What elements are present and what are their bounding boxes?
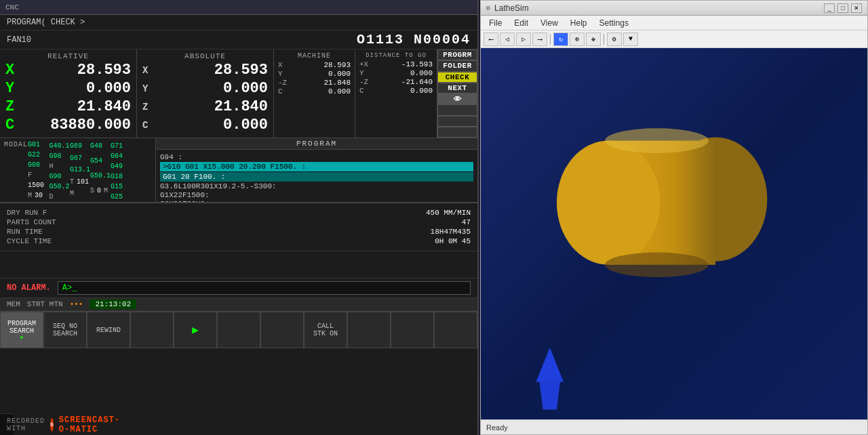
lathe-viewport[interactable] [481,48,867,419]
relative-header: RELATIVE [5,52,131,60]
cycle-time-value: 0H 0M 45 [435,237,471,245]
lathe-icon: ⚙ [486,4,490,12]
svg-point-3 [605,128,709,153]
program-search-arrow: ▼ [20,335,24,341]
modal-codes: G01 G22 G08 F 1500 M 30 [28,141,50,199]
mach-x-row: X 28.593 [278,61,351,69]
abs-c-row: C 0.000 [142,117,268,133]
toolbar-pan-btn[interactable]: ✥ [586,33,601,46]
mach-z-value: 21.848 [323,79,351,87]
cnc-titlebar: CNC [0,0,477,15]
cnc-input[interactable] [58,281,471,295]
abs-y-row: Y 0.000 [142,80,268,97]
modal-section: MODAL G01 G22 G08 F 1500 M 30 G40.1 G98 … [0,138,156,203]
toolbar-btn-4[interactable]: ⟶ [532,33,547,46]
call-stk-on-button[interactable]: CALL STK ON [304,312,347,348]
modal-f-val: 1500 [28,182,44,189]
side-btn-7 [437,116,477,127]
parts-label: PARTS COUNT [7,218,56,226]
modal-f: F [28,171,32,179]
abs-z-label: Z [142,102,155,112]
menu-help[interactable]: Help [565,17,593,29]
abs-x-value: 28.593 [155,62,268,79]
rewind-button[interactable]: REWIND [87,312,130,348]
rel-z-row: Z 21.840 [5,98,131,115]
rel-y-label: Y [5,80,24,97]
screencast-label: RECORDED WITH [7,417,45,432]
menu-edit[interactable]: Edit [509,17,534,29]
menu-file[interactable]: File [484,17,507,29]
coords-section: RELATIVE X 28.593 Y 0.000 Z 21.840 C 838… [0,49,477,138]
menu-view[interactable]: View [535,17,564,29]
toolbar-rotate-btn[interactable]: ↻ [553,33,568,46]
minimize-button[interactable]: _ [824,3,835,13]
bottom-btn-4 [130,312,174,348]
dist-x-value: -13.593 [401,60,433,68]
folder-button[interactable]: FOLDER [437,60,477,71]
abs-x-label: X [142,65,155,76]
lathe-titlebar: ⚙ LatheSim _ □ ✕ [481,1,867,16]
program-search-button[interactable]: PROGRAM SEARCH ▼ [0,312,43,348]
run-time-row: RUN TIME 18H47M435 [7,228,471,236]
bottom-btn-7 [260,312,304,348]
cycle-time-label: CYCLE TIME [7,237,52,245]
modal-codes-5: G71 G64 G49 G18 G15 G25 G69.1605.5 [111,142,151,199]
mach-c-row: C 0.000 [278,87,351,96]
toolbar-separator-2 [604,34,604,45]
dist-y-label: Y [359,69,364,77]
toolbar-btn-1[interactable]: ⟵ [484,33,498,46]
machine-header: MACHINE [278,52,351,60]
toolbar-zoom-btn[interactable]: ⊕ [570,33,585,46]
prog-line-2[interactable]: G01 20 F100. : [160,172,473,182]
prog-line-6: G0X30Z30Y0: [160,200,473,203]
prog-line-1[interactable]: >G10 G01 X15.000 20.200 F1500. : [160,162,473,171]
modal-g01: G01 [28,141,48,148]
svg-marker-5 [536,348,564,382]
abs-y-value: 0.000 [155,80,268,97]
modal-g71: G71 [111,142,131,150]
rel-c-row: C 83880.000 [5,117,131,133]
modal-s: S [90,187,94,199]
screencast-logo: S [50,418,54,432]
toolbar-btn-2[interactable]: ◁ [500,33,515,46]
empty-space [0,251,477,278]
modal-codes-4: G48 G54 G50.1 S 0 M [90,142,111,199]
abs-y-label: Y [142,83,155,94]
bottom-btn-9 [347,312,391,348]
modal-g50-1: G50.1 [90,172,111,184]
program-id: O1113 N00004 [357,32,471,47]
mach-z-label: -Z [278,79,287,87]
modal-d: D [50,193,54,201]
check-button[interactable]: CHECK [437,72,477,83]
arrow-button[interactable]: ▶ [174,312,217,348]
distance-header: DISTANCE TO GO [359,52,433,59]
modal-codes-2: G40.1 G98 H G90 G50.2 D [50,142,70,199]
dist-c-label: C [359,87,364,95]
abs-x-row: X 28.593 [142,62,268,79]
menu-settings[interactable]: Settings [594,17,634,29]
abs-c-value: 0.000 [155,117,268,133]
cnc-title: CNC [5,3,19,12]
toolbar-more-btn[interactable]: ▼ [623,33,638,46]
dist-z-label: -Z [359,78,368,86]
rel-z-value: 21.840 [24,98,131,115]
modal-t: T [70,178,74,188]
modal-program-area: MODAL G01 G22 G08 F 1500 M 30 G40.1 G98 … [0,138,477,203]
dry-run-row: DRY RUN F 450 MM/MIN [7,209,471,217]
mach-c-label: C [278,87,283,96]
close-button[interactable]: ✕ [851,3,862,13]
modal-g18: G18 [111,173,131,180]
svg-marker-6 [540,382,561,410]
toolbar-settings-btn[interactable]: ⚙ [607,33,622,46]
modal-g49: G49 [111,163,131,170]
modal-g25: G25 [111,193,131,201]
eye-button[interactable]: 👁 [437,94,477,104]
modal-m3: M [70,190,74,199]
toolbar-btn-3[interactable]: ▷ [516,33,531,46]
next-button[interactable]: NEXT [437,83,477,94]
progrm-button[interactable]: PROGRM [437,49,477,60]
rel-y-row: Y 0.000 [5,80,131,97]
maximize-button[interactable]: □ [837,3,848,13]
screencast-bar: RECORDED WITH S SCREENCAST-O-MATIC [0,413,14,435]
seq-no-search-button[interactable]: SEQ NO SEARCH [43,312,87,348]
